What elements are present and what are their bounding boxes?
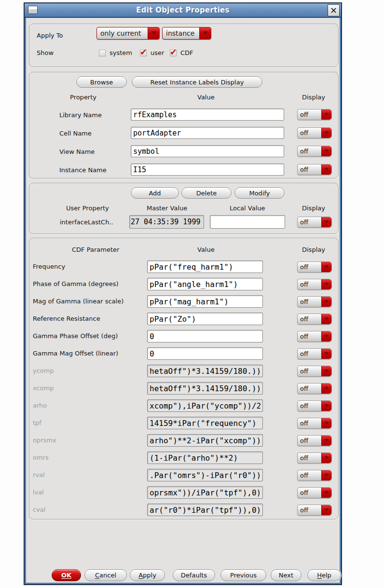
cdf-row-display-dropdown[interactable]: off	[297, 261, 332, 273]
delete-button[interactable]: Delete	[181, 187, 232, 199]
cdf-row-display-dropdown[interactable]: off	[297, 400, 332, 411]
cdf-row-display-dropdown[interactable]: off	[297, 331, 332, 342]
previous-button[interactable]: Previous	[220, 569, 266, 581]
cell-name-input[interactable]	[131, 127, 284, 139]
cdf-row-display-dropdown[interactable]: off	[297, 279, 332, 290]
display-value: off	[298, 401, 321, 411]
cdf-row-value-input[interactable]	[147, 330, 263, 342]
edit-object-properties-window: Edit Object Properties ✕ Apply To only c…	[24, 2, 342, 585]
view-name-display-dropdown[interactable]: off	[297, 146, 332, 157]
checkbox-system[interactable]: system	[99, 49, 132, 56]
display-value: off	[298, 453, 321, 463]
cdf-row-value-input[interactable]	[147, 260, 263, 273]
display-value: off	[298, 262, 321, 272]
chevron-down-icon	[321, 217, 331, 227]
display-value: off	[298, 164, 321, 175]
display-value: off	[298, 279, 321, 289]
cdf-row-label: xcomp	[33, 384, 54, 392]
defaults-button[interactable]: Defaults	[173, 569, 215, 581]
apply-to-label: Apply To	[37, 32, 63, 39]
checkbox-system-label: system	[110, 49, 132, 56]
display-value: off	[298, 128, 321, 138]
cdf-row-display-dropdown[interactable]: off	[297, 314, 332, 325]
cdf-row-label: ycomp	[33, 367, 54, 374]
cdf-row-display-dropdown[interactable]: off	[297, 452, 332, 464]
display-value: off	[298, 331, 321, 342]
chevron-down-icon	[148, 27, 159, 39]
display-value: off	[298, 418, 321, 428]
cdf-row-display-dropdown[interactable]: off	[297, 487, 332, 498]
cdf-row-display-dropdown[interactable]: off	[297, 348, 332, 359]
cdf-row-label: Reference Resistance	[33, 315, 100, 322]
local-value-input[interactable]	[210, 215, 285, 229]
cdf-row-value-input	[147, 417, 263, 429]
cdf-row-display-dropdown[interactable]: off	[297, 470, 332, 481]
cdf-row-display-dropdown[interactable]: off	[297, 418, 332, 429]
ok-button[interactable]: OK	[52, 569, 81, 581]
cdf-row-value-input[interactable]	[147, 347, 263, 360]
instance-name-input[interactable]	[131, 164, 284, 176]
help-button[interactable]: Help	[307, 569, 341, 581]
cell-name-display-dropdown[interactable]: off	[297, 127, 332, 138]
modify-button[interactable]: Modify	[234, 187, 285, 199]
display-value: off	[298, 109, 321, 120]
display-value: off	[298, 436, 321, 446]
view-name-label: View Name	[59, 148, 95, 155]
checkbox-user[interactable]: user	[140, 49, 164, 56]
chevron-down-icon	[321, 453, 331, 463]
cdf-parameter-header: CDF Parameter	[72, 246, 119, 253]
library-name-label: Library Name	[59, 111, 102, 119]
instance-name-display-dropdown[interactable]: off	[297, 164, 332, 175]
chevron-down-icon	[321, 349, 331, 359]
cdf-row-value-input	[147, 365, 263, 377]
add-button[interactable]: Add	[131, 187, 179, 199]
titlebar: Edit Object Properties ✕	[25, 3, 341, 18]
chevron-down-icon	[321, 262, 331, 272]
instance-panel: Browse Reset Instance Labels Display Pro…	[29, 72, 339, 178]
cdf-row-display-dropdown[interactable]: off	[297, 296, 332, 307]
cdf-row-label: Frequency	[33, 263, 65, 270]
checkbox-cdf-box[interactable]	[170, 50, 177, 56]
cdf-row-value-input[interactable]	[147, 278, 263, 290]
view-name-input[interactable]	[131, 145, 284, 157]
cdf-row-display-dropdown[interactable]: off	[297, 435, 332, 446]
instance-name-label: Instance Name	[59, 166, 107, 174]
close-button[interactable]: ✕	[328, 4, 340, 16]
master-value-field[interactable]	[129, 215, 204, 229]
property-header: Property	[70, 94, 96, 101]
checkbox-system-box[interactable]	[99, 50, 106, 56]
cdf-row-label: cval	[33, 506, 45, 513]
chevron-down-icon	[321, 314, 331, 324]
display-value: off	[298, 488, 321, 498]
display-value: off	[298, 314, 321, 324]
cdf-row-value-input[interactable]	[147, 313, 263, 325]
cancel-button[interactable]: Cancel	[84, 569, 127, 581]
cdf-row-value-input	[147, 486, 263, 499]
user-property-display-dropdown[interactable]: off	[297, 217, 332, 228]
cdf-row-label: Gamma Mag Offset (linear)	[33, 350, 118, 357]
browse-button[interactable]: Browse	[76, 76, 127, 88]
library-name-display-dropdown[interactable]: off	[297, 109, 332, 120]
apply-button[interactable]: Apply	[130, 569, 165, 581]
display-value: off	[298, 383, 321, 394]
display-value: off	[298, 470, 321, 480]
checkbox-user-box[interactable]	[140, 50, 147, 56]
library-name-input[interactable]	[131, 109, 284, 121]
display-value: off	[298, 366, 321, 376]
cdf-row-label: Phase of Gamma (degrees)	[33, 280, 119, 287]
cdf-row-display-dropdown[interactable]: off	[297, 505, 332, 516]
cdf-row-display-dropdown[interactable]: off	[297, 366, 332, 377]
apply-scope-dropdown[interactable]: only current	[96, 27, 160, 40]
cdf-row-display-dropdown[interactable]: off	[297, 383, 332, 394]
next-button[interactable]: Next	[271, 569, 302, 581]
cdf-row-value-input	[147, 382, 263, 395]
cdf-row-label: Mag of Gamma (linear scale)	[33, 298, 123, 305]
cdf-row-value-input	[147, 434, 263, 447]
apply-target-dropdown[interactable]: instance	[162, 27, 211, 40]
display-value: off	[298, 505, 321, 515]
chevron-down-icon	[321, 436, 331, 446]
checkbox-cdf[interactable]: CDF	[170, 49, 193, 56]
cdf-row-value-input[interactable]	[147, 295, 263, 308]
reset-instance-labels-button[interactable]: Reset Instance Labels Display	[132, 76, 262, 88]
cdf-row-label: tpf	[33, 419, 41, 426]
